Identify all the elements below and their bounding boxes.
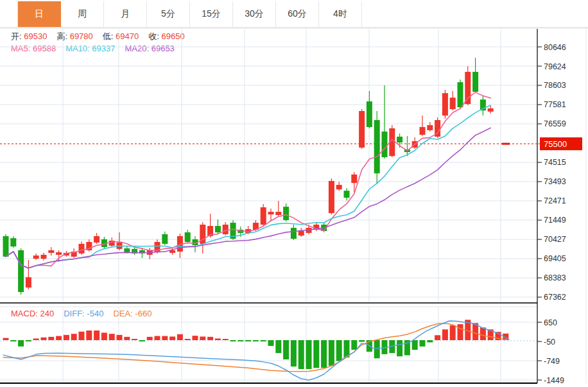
candle-body [283,207,289,220]
macd-axis-label: -1449 [544,376,564,385]
candle-body [10,238,16,246]
macd-bar [268,340,274,346]
macd-bar [215,338,221,340]
macd-bar [185,339,191,340]
macd-bar [374,340,380,358]
candle-body [275,212,281,215]
candle-body [336,185,342,189]
macd-bar [79,332,85,340]
price-axis-label: 76559 [544,119,566,128]
macd-bar [458,324,463,340]
price-axis-label: 74515 [544,158,566,167]
price-axis-label: 79624 [544,62,566,71]
candle-body [329,181,334,213]
candle-body [3,236,9,257]
macd-bar [450,325,456,340]
candle-body [420,127,426,135]
macd-bar [200,336,205,340]
candle-body [427,125,433,130]
macd-bar [253,340,259,341]
dea-line [3,323,508,372]
macd-bar [64,335,69,340]
macd-bar [155,336,160,340]
price-axis-label: 70427 [544,235,566,244]
candle-body [41,255,47,259]
price-axis-label: 68383 [544,273,566,282]
macd-axis-label: -50 [544,338,555,347]
macd-bar [336,340,342,361]
candle-body [351,175,357,183]
candle-body [472,72,478,92]
candle-body [94,236,99,243]
macd-bar [238,340,243,341]
macd-bar [329,340,334,366]
macd-bar [193,336,198,340]
candle-body [442,93,448,116]
candlestick-macd-chart[interactable]: 8064679624786037758176559745157349372471… [0,0,588,387]
candle-body [185,232,191,242]
price-axis-label: 77581 [544,100,566,109]
candle-body [268,212,274,214]
candle-body [367,101,372,127]
macd-bar [86,331,92,340]
candle-body [33,255,39,259]
candle-body [291,228,297,239]
macd-bar [33,338,39,340]
macd-bar [442,329,448,340]
macd-bar [109,334,115,340]
candle-body [488,108,494,112]
candle-body [56,252,62,255]
macd-bar [420,340,426,347]
price-axis-label: 73493 [544,177,566,186]
candle-body [79,244,85,254]
macd-bar [435,335,440,340]
macd-bar [71,334,77,340]
macd-bar [397,340,402,356]
macd-bar [207,337,213,340]
candle-body [397,137,402,142]
macd-bar [321,340,327,368]
price-axis-label: 69405 [544,254,566,263]
candle-body [261,207,266,225]
ma20-line [6,128,490,268]
macd-bar [223,339,229,340]
macd-bar [94,331,99,340]
macd-bar [169,336,175,340]
macd-bar [306,340,312,369]
macd-bar [10,340,16,341]
macd-bar [56,336,62,340]
macd-bar [351,340,357,350]
macd-bar [412,340,418,350]
price-axis-label: 72471 [544,196,566,205]
price-axis-label: 78603 [544,81,566,90]
macd-bar [117,335,123,340]
trading-chart-app: 日周月5分15分30分60分4时 开: 69530高: 69780低: 6947… [0,0,588,387]
candle-body [450,98,456,109]
macd-bar [139,340,145,341]
candle-body [215,226,221,232]
macd-bar [132,339,137,340]
macd-bar [177,334,183,340]
macd-bar [291,340,297,366]
candle-body [344,191,350,198]
candle-body [26,277,31,288]
macd-bar [261,340,266,341]
price-axis-label: 71449 [544,216,566,225]
macd-bar [101,332,107,340]
macd-bar [298,340,304,369]
macd-bar [313,340,319,368]
candle-body [298,231,304,236]
macd-bar [162,336,168,340]
ma5-line [6,92,490,268]
macd-bar [427,340,433,342]
price-axis-label: 80646 [544,43,566,52]
macd-bar [275,340,281,353]
candle-body [374,120,380,173]
macd-bar [18,340,24,347]
macd-axis-label: -749 [544,357,560,366]
candle-body [465,72,471,104]
candle-body [162,234,168,244]
price-axis-label: 67362 [544,293,566,302]
candle-body [382,132,388,157]
current-price-label: 75500 [544,139,567,149]
